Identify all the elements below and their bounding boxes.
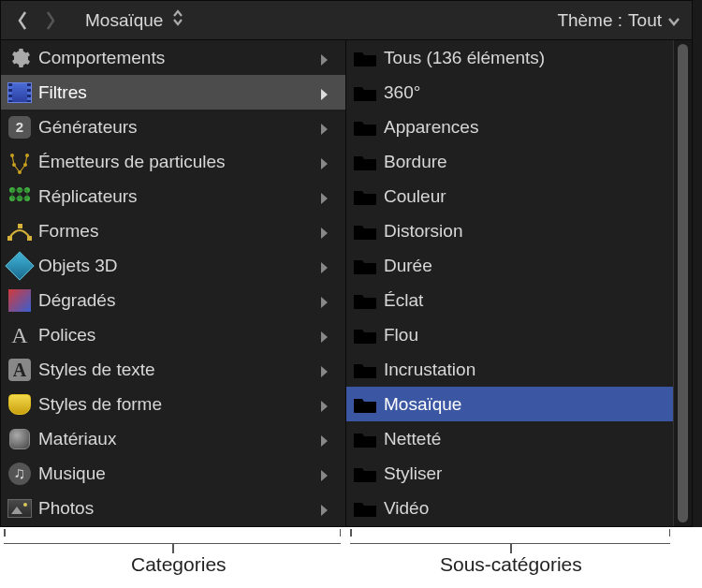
updown-icon [172,9,183,31]
annotation-left-label: Categories [131,553,227,576]
subcategory-row[interactable]: Bordure [346,144,692,179]
theme-value: Tout [628,10,662,31]
category-row[interactable]: Dégradés [1,283,345,317]
subcategory-row[interactable]: Vidéo [346,491,692,525]
category-row[interactable]: Émetteurs de particules [1,144,345,179]
subcategory-label: Flou [384,325,686,345]
subcategory-row[interactable]: Flou [346,317,692,352]
subcategory-row[interactable]: Styliser [346,456,692,491]
category-label: Polices [38,325,314,345]
category-row[interactable]: Styles de forme [1,387,345,421]
theme-prefix: Thème : [557,10,622,31]
category-row[interactable]: AStyles de texte [1,352,345,387]
category-label: Filtres [38,82,314,103]
category-row[interactable]: 2Générateurs [1,110,345,144]
bracket-right [350,529,670,544]
scrollbar-thumb[interactable] [678,44,688,522]
category-label: Photos [38,498,314,519]
category-row[interactable]: ♫Musique [1,456,345,491]
folder-icon [352,322,378,348]
nav-forward-button[interactable] [37,7,65,35]
category-label: Objets 3D [38,256,314,276]
category-row[interactable]: APolices [1,317,345,352]
folder-icon [352,184,378,210]
folder-icon [352,149,378,175]
subcategory-label: Netteté [384,429,686,449]
category-label: Formes [38,221,314,242]
subcategory-label: Apparences [384,117,686,138]
category-row[interactable]: Filtres [1,75,345,110]
shape-icon [7,218,33,244]
category-label: Styles de forme [38,394,314,415]
categories-column: ComportementsFiltres2GénérateursÉmetteur… [1,40,346,526]
chevron-right-icon [319,501,334,516]
bracket-left [4,529,341,544]
path-popup[interactable]: Mosaïque [85,9,183,31]
annotation-right-label: Sous-catégories [440,553,582,576]
gradient-icon [7,287,33,314]
category-row[interactable]: Objets 3D [1,248,345,283]
category-row[interactable]: Photos [1,491,345,525]
generator-icon: 2 [7,114,33,140]
subcategory-row[interactable]: Durée [346,248,692,283]
shape-style-icon [7,391,33,418]
folder-icon [352,114,378,140]
photo-icon [7,495,33,522]
category-row[interactable]: Matériaux [1,421,345,456]
chevron-right-icon [319,120,334,135]
subcategory-row[interactable]: Mosaïque [346,387,692,421]
chevron-right-icon [319,258,334,273]
subcategory-label: Bordure [384,152,686,172]
toolbar: Mosaïque Thème : Tout [1,1,692,40]
category-label: Générateurs [38,117,314,138]
annotation-area: Categories Sous-catégories [0,527,702,588]
particle-emitter-icon [7,149,33,175]
folder-icon [352,218,378,244]
folder-icon [352,357,378,383]
category-label: Dégradés [38,290,314,311]
chevron-right-icon [319,432,334,447]
chevron-right-icon [319,51,334,66]
subcategory-row[interactable]: Netteté [346,421,692,456]
gear-icon [7,45,33,71]
subcategory-row[interactable]: Couleur [346,179,692,213]
chevron-right-icon [319,85,334,100]
nav-back-button[interactable] [8,7,37,35]
chevron-right-icon [319,224,334,239]
scrollbar[interactable] [673,40,692,526]
folder-icon [352,253,378,279]
subcategory-row[interactable]: Apparences [346,110,692,144]
category-label: Matériaux [38,429,314,449]
subcategory-row[interactable]: Incrustation [346,352,692,387]
folder-icon [352,426,378,452]
path-label: Mosaïque [85,10,163,31]
theme-popup[interactable]: Thème : Tout [557,10,680,31]
subcategory-label: Distorsion [384,221,686,242]
subcategory-label: Vidéo [384,498,686,519]
category-label: Émetteurs de particules [38,152,314,172]
subcategory-label: Styliser [384,463,686,484]
category-row[interactable]: Réplicateurs [1,179,345,213]
subcategory-row[interactable]: Distorsion [346,213,692,248]
category-label: Styles de texte [38,360,314,380]
chevron-down-icon [667,10,680,31]
material-icon [7,426,33,452]
chevron-right-icon [319,189,334,204]
chevron-right-icon [319,466,334,481]
text-style-icon: A [7,357,33,383]
folder-icon [352,391,378,418]
subcategory-row[interactable]: Tous (136 éléments) [346,40,692,75]
folder-icon [352,461,378,487]
music-icon: ♫ [7,461,33,487]
subcategory-label: Couleur [384,186,686,207]
folder-icon [352,495,378,522]
browser-columns: ComportementsFiltres2GénérateursÉmetteur… [1,40,692,526]
category-row[interactable]: Formes [1,213,345,248]
subcategory-row[interactable]: 360° [346,75,692,110]
category-label: Réplicateurs [38,186,314,207]
category-label: Musique [38,463,314,484]
subcategory-row[interactable]: Éclat [346,283,692,317]
filmstrip-icon [7,80,33,106]
library-browser: Mosaïque Thème : Tout ComportementsFiltr… [0,0,693,527]
category-row[interactable]: Comportements [1,40,345,75]
